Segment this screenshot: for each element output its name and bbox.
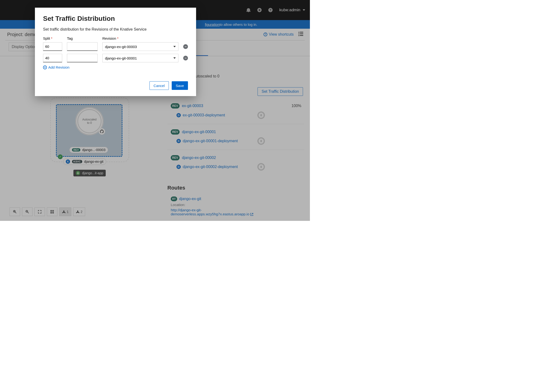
split-input[interactable] xyxy=(43,54,62,62)
save-button[interactable]: Save xyxy=(172,81,188,90)
split-col-header: Split * xyxy=(43,36,62,40)
caret-down-icon xyxy=(173,57,176,59)
add-revision-button[interactable]: + Add Revision xyxy=(43,65,188,69)
plus-circle-icon: + xyxy=(43,65,47,69)
traffic-distribution-modal: Set Traffic Distribution Set traffic dis… xyxy=(35,8,196,96)
caret-down-icon xyxy=(173,46,176,47)
tag-col-header: Tag xyxy=(67,36,98,40)
modal-description: Set traffic distribution for the Revisio… xyxy=(43,27,188,32)
modal-title: Set Traffic Distribution xyxy=(43,15,188,22)
split-input[interactable] xyxy=(43,42,62,51)
tag-input[interactable] xyxy=(67,42,98,51)
revision-col-header: Revision * xyxy=(102,36,178,40)
cancel-button[interactable]: Cancel xyxy=(149,81,169,90)
revision-select[interactable]: django-ex-git-00001 xyxy=(102,54,178,62)
tag-input[interactable] xyxy=(67,54,98,62)
remove-row-button[interactable]: − xyxy=(183,56,188,61)
remove-row-button[interactable]: − xyxy=(183,44,188,49)
revision-select[interactable]: django-ex-git-00003 xyxy=(102,42,178,51)
